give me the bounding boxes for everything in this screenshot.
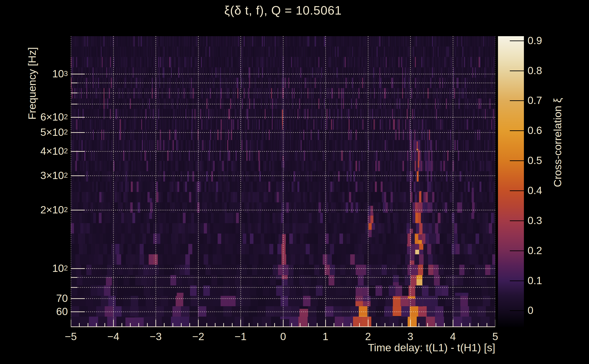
colorbar-tick xyxy=(510,130,524,131)
colorbar-tick xyxy=(510,71,524,71)
x-tick-label: −4 xyxy=(91,330,136,343)
colorbar-tick-label: 0.5 xyxy=(528,154,542,167)
colorbar-tick xyxy=(510,190,524,191)
x-tick-label: 0 xyxy=(260,330,306,343)
chart-title: ξ(δ t, f), Q = 10.5061 xyxy=(71,3,495,17)
colorbar-tick-label: 0.2 xyxy=(528,244,542,257)
colorbar xyxy=(498,36,524,327)
y-axis-title: Frequency [Hz] xyxy=(26,4,38,163)
y-tick-label: 2×102 xyxy=(0,204,68,216)
y-tick-label: 60 xyxy=(0,305,68,318)
x-tick-label: −3 xyxy=(133,330,178,343)
x-tick-label: 1 xyxy=(303,330,348,343)
colorbar-title: Cross-correlation ξ xyxy=(551,36,564,250)
x-tick-label: −2 xyxy=(176,330,221,343)
heatmap-plot xyxy=(71,36,495,327)
colorbar-tick-label: 0.3 xyxy=(528,214,542,227)
colorbar-tick-label: 0 xyxy=(528,304,533,316)
colorbar-tick-label: 0.9 xyxy=(528,34,542,47)
x-tick-label: 2 xyxy=(345,330,391,343)
colorbar-tick-label: 0.6 xyxy=(528,124,542,136)
colorbar-tick xyxy=(510,250,524,251)
y-tick-label: 102 xyxy=(0,262,68,274)
figure: ξ(δ t, f), Q = 10.5061 1036×1025×1024×10… xyxy=(0,0,589,364)
heatmap-canvas xyxy=(71,36,495,327)
x-tick-label: 3 xyxy=(388,330,433,343)
colorbar-tick-label: 0.8 xyxy=(528,64,542,77)
y-tick-label: 70 xyxy=(0,292,68,304)
x-tick-label: −1 xyxy=(218,330,263,343)
colorbar-tick-label: 0.4 xyxy=(528,184,542,196)
y-tick-label: 3×102 xyxy=(0,169,68,182)
x-tick-label: −5 xyxy=(48,330,93,343)
colorbar-tick-label: 0.7 xyxy=(528,94,542,106)
colorbar-tick-label: 0.1 xyxy=(528,274,542,287)
colorbar-tick xyxy=(510,160,524,161)
x-axis-title: Time delay: t(L1) - t(H1) [s] xyxy=(268,341,495,354)
colorbar-tick xyxy=(510,280,524,281)
colorbar-tick xyxy=(510,40,524,41)
colorbar-tick xyxy=(510,100,524,101)
x-tick-label: 4 xyxy=(430,330,476,343)
colorbar-tick xyxy=(510,310,524,311)
x-tick-label: 5 xyxy=(472,330,518,343)
colorbar-tick xyxy=(510,221,524,221)
